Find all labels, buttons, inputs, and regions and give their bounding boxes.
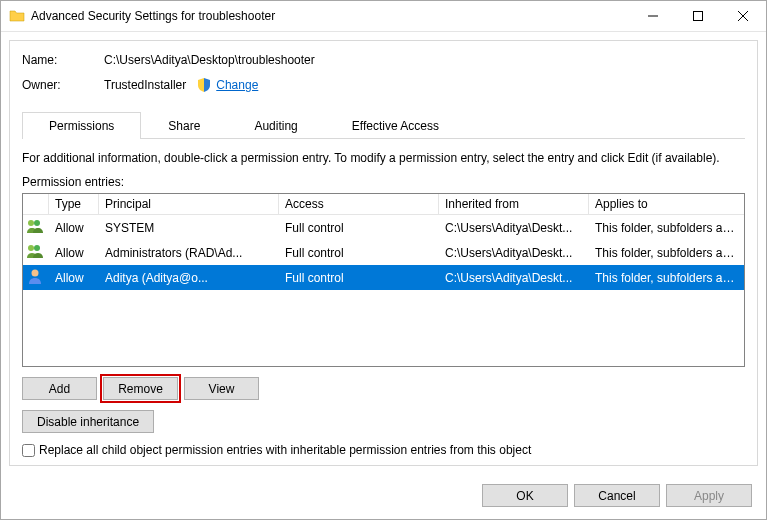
cell-applies: This folder, subfolders and files (589, 243, 744, 263)
content-area: Name: C:\Users\Aditya\Desktop\troublesho… (9, 40, 758, 466)
dialog-footer: OK Cancel Apply (1, 474, 766, 519)
add-button[interactable]: Add (22, 377, 97, 400)
cell-type: Allow (49, 268, 99, 288)
minimize-button[interactable] (630, 1, 675, 31)
replace-checkbox-row: Replace all child object permission entr… (22, 443, 745, 457)
tab-effective-access[interactable]: Effective Access (325, 112, 466, 139)
view-button[interactable]: View (184, 377, 259, 400)
col-icon-header[interactable] (23, 194, 49, 214)
apply-button[interactable]: Apply (666, 484, 752, 507)
name-value: C:\Users\Aditya\Desktop\troubleshooter (104, 53, 315, 67)
table-header: Type Principal Access Inherited from App… (23, 194, 744, 215)
table-row[interactable]: AllowAdministrators (RAD\Ad...Full contr… (23, 240, 744, 265)
titlebar[interactable]: Advanced Security Settings for troublesh… (1, 1, 766, 32)
permission-entries-table: Type Principal Access Inherited from App… (22, 193, 745, 367)
owner-value: TrustedInstaller (104, 78, 186, 92)
svg-point-6 (28, 245, 34, 251)
tabs: Permissions Share Auditing Effective Acc… (22, 111, 745, 139)
table-row[interactable]: AllowAditya (Aditya@o...Full controlC:\U… (23, 265, 744, 290)
cell-applies: This folder, subfolders and files (589, 268, 744, 288)
cancel-button[interactable]: Cancel (574, 484, 660, 507)
cell-access: Full control (279, 268, 439, 288)
col-type-header[interactable]: Type (49, 194, 99, 214)
security-settings-window: Advanced Security Settings for troublesh… (0, 0, 767, 520)
maximize-button[interactable] (675, 1, 720, 31)
cell-principal: Administrators (RAD\Ad... (99, 243, 279, 263)
tab-permissions[interactable]: Permissions (22, 112, 141, 139)
cell-principal: Aditya (Aditya@o... (99, 268, 279, 288)
svg-point-5 (34, 220, 40, 226)
help-text: For additional information, double-click… (22, 151, 745, 165)
remove-button[interactable]: Remove (103, 377, 178, 400)
shield-icon (196, 77, 212, 93)
cell-access: Full control (279, 218, 439, 238)
close-button[interactable] (720, 1, 766, 31)
col-principal-header[interactable]: Principal (99, 194, 279, 214)
window-controls (630, 1, 766, 31)
svg-point-4 (28, 220, 34, 226)
users-icon (23, 215, 49, 240)
user-icon (23, 265, 49, 290)
tab-share[interactable]: Share (141, 112, 227, 139)
tab-auditing[interactable]: Auditing (227, 112, 324, 139)
change-owner-link[interactable]: Change (216, 78, 258, 92)
ok-button[interactable]: OK (482, 484, 568, 507)
table-row[interactable]: AllowSYSTEMFull controlC:\Users\Aditya\D… (23, 215, 744, 240)
users-icon (23, 240, 49, 265)
col-access-header[interactable]: Access (279, 194, 439, 214)
cell-inherited: C:\Users\Aditya\Deskt... (439, 218, 589, 238)
disable-inheritance-button[interactable]: Disable inheritance (22, 410, 154, 433)
owner-label: Owner: (22, 78, 104, 92)
replace-child-label: Replace all child object permission entr… (39, 443, 531, 457)
svg-rect-1 (693, 12, 702, 21)
replace-child-checkbox[interactable] (22, 444, 35, 457)
window-title: Advanced Security Settings for troublesh… (31, 9, 630, 23)
cell-access: Full control (279, 243, 439, 263)
svg-point-8 (32, 270, 39, 277)
inheritance-buttons: Disable inheritance (22, 410, 745, 433)
cell-type: Allow (49, 243, 99, 263)
svg-point-7 (34, 245, 40, 251)
name-label: Name: (22, 53, 104, 67)
table-body: AllowSYSTEMFull controlC:\Users\Aditya\D… (23, 215, 744, 366)
cell-principal: SYSTEM (99, 218, 279, 238)
folder-icon (9, 8, 25, 24)
cell-inherited: C:\Users\Aditya\Deskt... (439, 243, 589, 263)
col-applies-header[interactable]: Applies to (589, 194, 744, 214)
name-row: Name: C:\Users\Aditya\Desktop\troublesho… (22, 53, 745, 67)
cell-type: Allow (49, 218, 99, 238)
owner-row: Owner: TrustedInstaller Change (22, 77, 745, 93)
cell-inherited: C:\Users\Aditya\Deskt... (439, 268, 589, 288)
col-inherited-header[interactable]: Inherited from (439, 194, 589, 214)
entries-label: Permission entries: (22, 175, 745, 189)
entry-buttons: Add Remove View (22, 377, 745, 400)
cell-applies: This folder, subfolders and files (589, 218, 744, 238)
